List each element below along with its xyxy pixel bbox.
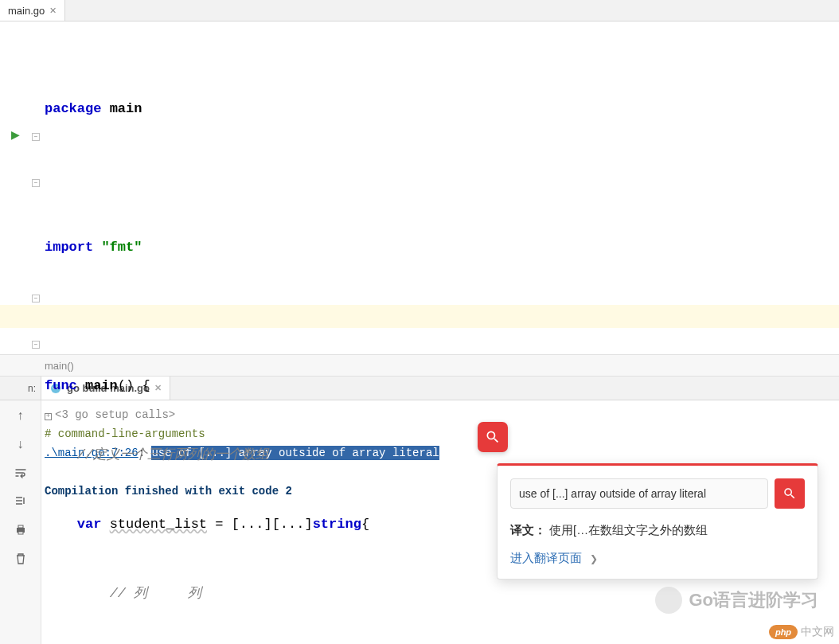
code-comment: // 列 列 — [110, 586, 202, 601]
file-tab-bar: main.go ✕ — [0, 0, 839, 21]
build-tool-strip: ↑ ↓ — [0, 400, 41, 644]
code-text: = [...][...] — [207, 517, 313, 532]
code-str: "fmt" — [101, 240, 142, 255]
close-icon[interactable]: ✕ — [49, 6, 57, 16]
settings-icon[interactable] — [14, 494, 28, 509]
code-text: { — [361, 517, 369, 532]
code-kw: func — [45, 378, 77, 393]
run-gutter-icon[interactable]: ▶ — [11, 128, 20, 141]
fold-icon[interactable]: − — [32, 295, 40, 302]
code-kw: package — [45, 101, 101, 116]
code-editor[interactable]: package main import "fmt" func main() { … — [41, 21, 839, 354]
trash-icon[interactable] — [14, 552, 28, 566]
fold-icon[interactable]: − — [32, 179, 40, 187]
fold-icon[interactable]: − — [32, 133, 40, 141]
code-pkg: main — [110, 101, 142, 116]
arrow-up-icon[interactable]: ↑ — [14, 408, 28, 423]
wrap-icon[interactable] — [14, 466, 28, 480]
code-kw: string — [313, 517, 361, 532]
fold-icon[interactable]: − — [32, 341, 40, 349]
build-header-label: n: — [0, 377, 41, 400]
file-tab-label: main.go — [8, 5, 45, 17]
code-id: student_list — [110, 517, 207, 532]
code-kw: var — [77, 517, 102, 532]
code-text: () { — [118, 378, 150, 393]
code-fn: main — [85, 378, 118, 393]
svg-rect-7 — [18, 532, 23, 534]
svg-rect-6 — [18, 525, 23, 528]
code-kw: import — [45, 240, 93, 255]
file-tab-main-go[interactable]: main.go ✕ — [0, 0, 65, 21]
print-icon[interactable] — [14, 523, 28, 537]
editor-area: ▶ − − − − package main import "fmt" func… — [0, 21, 839, 354]
code-comment: //定义一个三行两列的一个数组 — [77, 447, 269, 463]
arrow-down-icon[interactable]: ↓ — [14, 437, 28, 451]
